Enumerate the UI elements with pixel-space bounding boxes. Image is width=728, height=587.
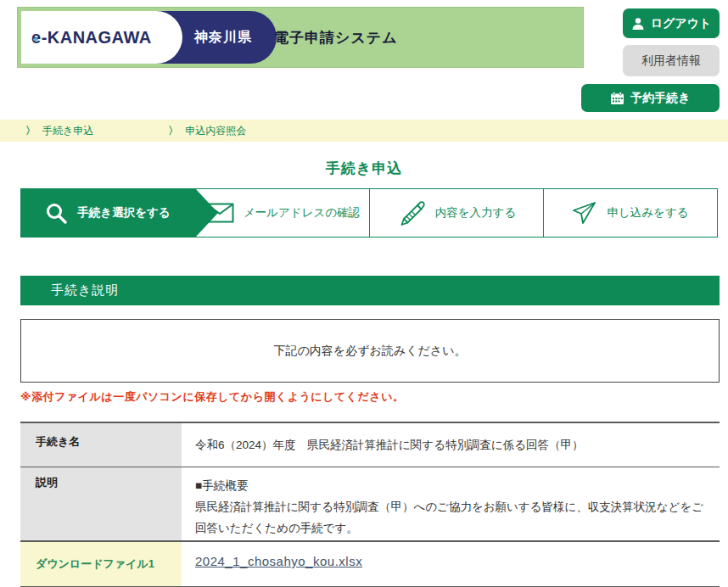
- chevron-right-icon: 〉: [168, 124, 178, 138]
- table-row-description: 説明 ■手続概要 県民経済計算推計に関する特別調査（甲）へのご協力をお願いする皆…: [20, 467, 720, 550]
- step-label: 内容を入力する: [435, 205, 516, 221]
- pencil-icon: [397, 199, 426, 226]
- breadcrumb-label: 手続き申込: [42, 124, 93, 138]
- step-indicator: 手続き選択をする メールアドレスの確認 内容を入力する 申し込みをする: [20, 188, 720, 238]
- table-row-download-file-1: ダウンロードファイル1 2024_1_chosahyo_kou.xlsx: [20, 542, 720, 586]
- reservation-button[interactable]: 予約手続き: [581, 84, 720, 112]
- row-label: 手続き名: [20, 423, 182, 467]
- procedure-name-value: 令和6（2024）年度 県民経済計算推計に関する特別調査に係る回答（甲）: [182, 423, 720, 467]
- download-file-cell: 2024_1_chosahyo_kou.xlsx: [182, 542, 720, 586]
- header-banner: e-KANAGAWA 神奈川県 電子申請システム: [17, 7, 584, 68]
- attachment-warning: ※添付ファイルは一度パソコンに保存してから開くようにしてください。: [20, 389, 404, 405]
- download-file-table: ダウンロードファイル1 2024_1_chosahyo_kou.xlsx: [20, 540, 720, 587]
- calendar-icon: [610, 92, 624, 105]
- breadcrumb-item-moushikomi-shoukai[interactable]: 〉 申込内容照会: [168, 124, 246, 138]
- notice-text: 下記の内容を必ずお読みください。: [274, 344, 467, 359]
- step-select-procedure: 手続き選択をする: [20, 188, 195, 238]
- step-label: 申し込みをする: [607, 205, 688, 221]
- prefecture-label: 神奈川県: [194, 8, 252, 67]
- section-header-procedure-description: 手続き説明: [20, 276, 720, 305]
- description-body: 県民経済計算推計に関する特別調査（甲）へのご協力をお願いする皆様に、収支決算状況…: [195, 496, 711, 539]
- reservation-label: 予約手続き: [630, 91, 690, 106]
- search-icon: [45, 202, 68, 225]
- user-info-label: 利用者情報: [641, 53, 701, 69]
- person-icon: [631, 17, 645, 31]
- notice-box: 下記の内容を必ずお読みください。: [20, 319, 720, 383]
- download-file-link[interactable]: 2024_1_chosahyo_kou.xlsx: [195, 554, 362, 568]
- breadcrumb-label: 申込内容照会: [185, 124, 246, 138]
- logout-label: ログアウト: [651, 16, 712, 31]
- row-label: 説明: [20, 467, 182, 550]
- description-heading: ■手続概要: [195, 475, 711, 496]
- logo-text: e-KANAGAWA: [31, 28, 152, 48]
- logo-rest: -KANAGAWA: [42, 28, 152, 47]
- step-confirm-email: メールアドレスの確認: [195, 188, 370, 238]
- user-info-button[interactable]: 利用者情報: [623, 45, 720, 76]
- logo-e-mark: e: [31, 28, 42, 48]
- breadcrumb-item-tetsuzuki-moushikomi[interactable]: 〉 手続き申込: [25, 124, 93, 138]
- e-kanagawa-logo[interactable]: e-KANAGAWA: [21, 11, 182, 64]
- table-row-procedure-name: 手続き名 令和6（2024）年度 県民経済計算推計に関する特別調査に係る回答（甲…: [20, 423, 720, 467]
- step-label: 手続き選択をする: [77, 205, 170, 221]
- breadcrumb: 〉 手続き申込 〉 申込内容照会: [0, 120, 728, 142]
- download-file-label: ダウンロードファイル1: [20, 542, 182, 586]
- step-submit-application: 申し込みをする: [543, 188, 718, 238]
- procedure-detail-table: 手続き名 令和6（2024）年度 県民経済計算推計に関する特別調査に係る回答（甲…: [20, 422, 720, 550]
- procedure-description-value: ■手続概要 県民経済計算推計に関する特別調査（甲）へのご協力をお願いする皆様に、…: [182, 467, 720, 550]
- chevron-right-icon: 〉: [25, 124, 36, 138]
- logout-button[interactable]: ログアウト: [623, 8, 720, 38]
- send-icon: [572, 200, 597, 226]
- page-title: 手続き申込: [0, 159, 728, 178]
- step-enter-content: 内容を入力する: [369, 188, 544, 238]
- step-label: メールアドレスの確認: [244, 205, 360, 221]
- system-title: 電子申請システム: [274, 8, 398, 67]
- section-title: 手続き説明: [51, 282, 119, 299]
